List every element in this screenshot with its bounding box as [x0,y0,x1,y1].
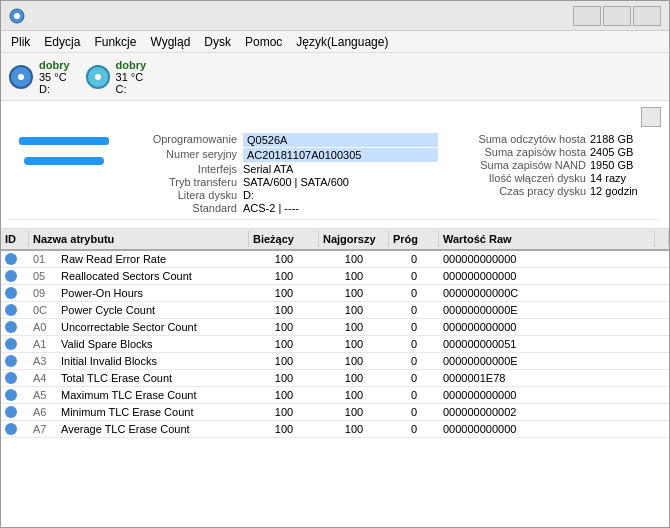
cell-end-5 [655,336,669,352]
cell-id-7: A4 [33,372,55,384]
info-label-2: Interfejs [127,163,237,175]
table-row[interactable]: A3 Initial Invalid Blocks 100 100 0 0000… [1,353,669,370]
table-row[interactable]: A4 Total TLC Erase Count 100 100 0 00000… [1,370,669,387]
right-value-0: 2188 GB [590,133,661,145]
table-row[interactable]: A0 Uncorrectable Sector Count 100 100 0 … [1,319,669,336]
right-value-3: 14 razy [590,172,661,184]
cell-threshold-5: 0 [389,336,439,352]
cell-name-7: Total TLC Erase Count [61,372,172,384]
status-panel [9,131,119,216]
drive-item-0[interactable]: dobry 35 °C D: [9,59,70,95]
row-status-icon [5,287,17,299]
cell-threshold-7: 0 [389,370,439,386]
cell-worst-0: 100 [319,251,389,267]
col-threshold: Próg [389,231,439,247]
maximize-button[interactable] [603,6,631,26]
app-window: PlikEdycjaFunkcjeWyglądDyskPomocJęzyk(La… [0,0,670,528]
row-status-icon [5,355,17,367]
title-bar [1,1,669,31]
row-status-icon [5,321,17,333]
cell-threshold-6: 0 [389,353,439,369]
disk-header: Oprogramowanie Q0526A Numer seryjny AC20… [1,101,669,229]
menu-item-edycja[interactable]: Edycja [38,33,86,51]
menu-item-jzyklanguage[interactable]: Język(Language) [290,33,394,51]
cell-worst-5: 100 [319,336,389,352]
cell-current-2: 100 [249,285,319,301]
smart-table: ID Nazwa atrybutu Bieżący Najgorszy Próg… [1,229,669,527]
menu-item-plik[interactable]: Plik [5,33,36,51]
cell-worst-10: 100 [319,421,389,437]
cell-raw-3: 00000000000E [439,302,655,318]
menu-item-pomoc[interactable]: Pomoc [239,33,288,51]
right-label-3: Ilość włączeń dysku [446,172,586,184]
cell-icon-5 [1,336,29,352]
cell-icon-9 [1,404,29,420]
cell-raw-9: 000000000002 [439,404,655,420]
cell-current-9: 100 [249,404,319,420]
close-button[interactable] [633,6,661,26]
right-value-4: 12 godzin [590,185,661,197]
table-body: 01 Raw Read Error Rate 100 100 0 0000000… [1,251,669,527]
cell-icon-6 [1,353,29,369]
table-row[interactable]: 0C Power Cycle Count 100 100 0 000000000… [1,302,669,319]
table-row[interactable]: A1 Valid Spare Blocks 100 100 0 00000000… [1,336,669,353]
right-value-1: 2405 GB [590,146,661,158]
right-label-1: Suma zapisów hosta [446,146,586,158]
drive-item-1[interactable]: dobry 31 °C C: [86,59,147,95]
temp-value [24,157,104,165]
cell-raw-4: 000000000000 [439,319,655,335]
info-label-5: Standard [127,202,237,214]
drive-info-0: dobry 35 °C D: [39,59,70,95]
cell-end-3 [655,302,669,318]
drive-letter-0: D: [39,83,70,95]
col-raw: Wartość Raw [439,231,655,247]
cell-id-name-8: A5 Maximum TLC Erase Count [29,387,249,403]
cell-end-6 [655,353,669,369]
cell-current-10: 100 [249,421,319,437]
table-row[interactable]: 01 Raw Read Error Rate 100 100 0 0000000… [1,251,669,268]
expand-button[interactable] [641,107,661,127]
col-current: Bieżący [249,231,319,247]
table-row[interactable]: A5 Maximum TLC Erase Count 100 100 0 000… [1,387,669,404]
cell-id-name-10: A7 Average TLC Erase Count [29,421,249,437]
cell-id-name-5: A1 Valid Spare Blocks [29,336,249,352]
table-row[interactable]: 09 Power-On Hours 100 100 0 00000000000C [1,285,669,302]
info-value-5: ACS-2 | ---- [243,202,438,214]
menu-bar: PlikEdycjaFunkcjeWyglądDyskPomocJęzyk(La… [1,31,669,53]
cell-worst-9: 100 [319,404,389,420]
cell-id-name-6: A3 Initial Invalid Blocks [29,353,249,369]
info-value-0: Q0526A [243,133,438,147]
cell-raw-6: 00000000000E [439,353,655,369]
cell-current-4: 100 [249,319,319,335]
cell-id-name-0: 01 Raw Read Error Rate [29,251,249,267]
content-area: Oprogramowanie Q0526A Numer seryjny AC20… [1,101,669,527]
menu-item-wygld[interactable]: Wygląd [144,33,196,51]
menu-item-dysk[interactable]: Dysk [198,33,237,51]
cell-worst-6: 100 [319,353,389,369]
cell-name-5: Valid Spare Blocks [61,338,153,350]
cell-current-7: 100 [249,370,319,386]
cell-id-name-9: A6 Minimum TLC Erase Count [29,404,249,420]
table-row[interactable]: A7 Average TLC Erase Count 100 100 0 000… [1,421,669,438]
properties-row [9,219,661,224]
cell-id-3: 0C [33,304,55,316]
cell-end-7 [655,370,669,386]
table-row[interactable]: A6 Minimum TLC Erase Count 100 100 0 000… [1,404,669,421]
cell-current-6: 100 [249,353,319,369]
right-label-4: Czas pracy dysku [446,185,586,197]
col-id: ID [1,231,29,247]
cell-current-8: 100 [249,387,319,403]
drive-bar: dobry 35 °C D: dobry 31 °C C: [1,53,669,101]
info-label-0: Oprogramowanie [127,133,237,147]
cell-icon-3 [1,302,29,318]
minimize-button[interactable] [573,6,601,26]
row-status-icon [5,338,17,350]
menu-item-funkcje[interactable]: Funkcje [88,33,142,51]
cell-end-2 [655,285,669,301]
cell-current-5: 100 [249,336,319,352]
cell-end-4 [655,319,669,335]
info-label-3: Tryb transferu [127,176,237,188]
table-row[interactable]: 05 Reallocated Sectors Count 100 100 0 0… [1,268,669,285]
right-value-2: 1950 GB [590,159,661,171]
cell-icon-2 [1,285,29,301]
